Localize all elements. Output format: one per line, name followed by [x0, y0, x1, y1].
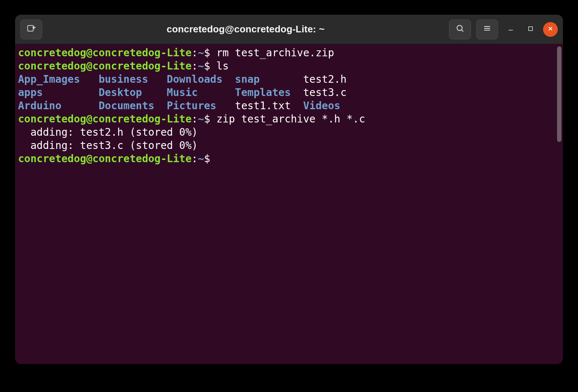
command-text: ls: [216, 60, 229, 72]
zip-output-line: adding: test2.h (stored 0%): [18, 126, 198, 138]
ls-dir: Templates: [235, 86, 291, 99]
prompt-sep: :: [192, 47, 198, 59]
prompt-path: ~: [198, 60, 204, 72]
svg-line-4: [462, 30, 464, 32]
prompt-symbol: $: [204, 113, 210, 125]
close-icon: [547, 25, 554, 34]
prompt-path: ~: [198, 47, 204, 59]
prompt-sep: :: [192, 113, 198, 125]
terminal-window: concretedog@concretedog-Lite: ~: [15, 15, 563, 364]
svg-rect-9: [529, 26, 533, 31]
prompt-path: ~: [198, 113, 204, 125]
prompt-symbol: $: [204, 47, 210, 59]
prompt-user: concretedog@concretedog-Lite: [18, 47, 192, 59]
terminal-viewport[interactable]: concretedog@concretedog-Lite:~$ rm test_…: [15, 44, 563, 364]
prompt-symbol: $: [204, 153, 210, 165]
menu-button[interactable]: [476, 19, 498, 39]
prompt-sep: :: [192, 153, 198, 165]
command-text: rm test_archive.zip: [216, 47, 334, 59]
prompt-user: concretedog@concretedog-Lite: [18, 60, 192, 72]
ls-dir: Arduino: [18, 100, 61, 112]
prompt-user: concretedog@concretedog-Lite: [18, 113, 192, 125]
ls-file: test2.h: [303, 73, 346, 85]
minimize-button[interactable]: [503, 22, 518, 37]
ls-dir: Music: [167, 86, 198, 99]
ls-dir: snap: [235, 73, 260, 85]
ls-dir: Downloads: [167, 73, 223, 85]
svg-rect-0: [28, 25, 33, 31]
terminal-output[interactable]: concretedog@concretedog-Lite:~$ rm test_…: [18, 46, 560, 165]
ls-dir: Documents: [99, 100, 154, 112]
hamburger-menu-icon: [483, 24, 492, 35]
titlebar: concretedog@concretedog-Lite: ~: [15, 15, 563, 44]
prompt-path: ~: [198, 153, 204, 165]
ls-dir: Desktop: [99, 86, 142, 99]
maximize-icon: [527, 25, 534, 34]
minimize-icon: [507, 25, 514, 34]
prompt-symbol: $: [204, 60, 210, 72]
search-button[interactable]: [449, 19, 471, 39]
prompt-user: concretedog@concretedog-Lite: [18, 153, 192, 165]
new-tab-button[interactable]: [20, 19, 42, 39]
command-text: zip test_archive *.h *.c: [216, 113, 365, 125]
ls-dir: Videos: [303, 100, 340, 112]
ls-dir: business: [99, 73, 148, 85]
titlebar-right-group: [449, 19, 558, 39]
new-tab-icon: [26, 24, 36, 35]
maximize-button[interactable]: [523, 22, 538, 37]
svg-point-3: [457, 25, 462, 31]
ls-file: test3.c: [303, 86, 347, 99]
prompt-sep: :: [192, 60, 198, 72]
ls-file: test1.txt: [235, 100, 291, 112]
ls-dir: App_Images: [18, 73, 80, 85]
window-title: concretedog@concretedog-Lite: ~: [47, 24, 444, 35]
scrollbar-thumb[interactable]: [557, 46, 561, 142]
ls-dir: apps: [18, 86, 43, 99]
close-button[interactable]: [543, 22, 558, 37]
zip-output-line: adding: test3.c (stored 0%): [18, 139, 198, 152]
ls-dir: Pictures: [167, 100, 217, 112]
search-icon: [456, 24, 464, 35]
